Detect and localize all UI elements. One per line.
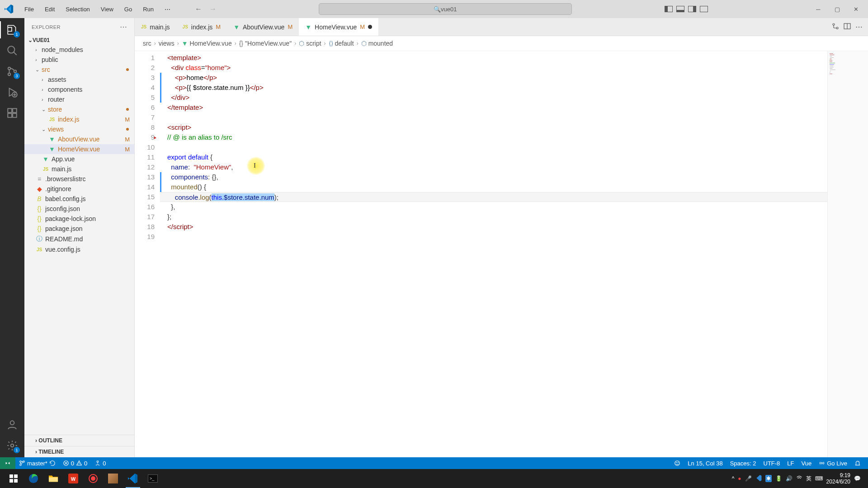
run-debug-icon[interactable]: [6, 86, 19, 99]
timeline-section[interactable]: › TIMELINE: [24, 446, 134, 457]
tray-ime-star-icon[interactable]: ✱: [765, 475, 772, 482]
more-actions-icon[interactable]: ⋯: [855, 23, 863, 31]
file-aboutview[interactable]: ▼AboutView.vueM: [24, 134, 134, 144]
eol[interactable]: LF: [783, 460, 797, 467]
tray-mic-icon[interactable]: 🎤: [745, 475, 752, 482]
tray-record-icon[interactable]: ●: [738, 475, 741, 482]
vscode-taskbar-icon[interactable]: [123, 469, 143, 488]
remote-indicator[interactable]: [0, 457, 15, 469]
file-mainjs[interactable]: JSmain.js: [24, 164, 134, 174]
file-browserslist[interactable]: ≡.browserslistrc: [24, 174, 134, 184]
encoding[interactable]: UTF-8: [760, 460, 784, 467]
folder-public[interactable]: ›public: [24, 55, 134, 65]
project-root[interactable]: ⌄ VUE01: [24, 36, 134, 45]
edge-browser-icon[interactable]: [24, 469, 43, 488]
problems[interactable]: 0 0: [59, 460, 91, 467]
tray-ime-lang[interactable]: 英: [806, 475, 811, 483]
toggle-primary-sidebar-icon[interactable]: [665, 6, 673, 12]
go-live[interactable]: Go Live: [815, 460, 851, 467]
terminal-icon[interactable]: >_: [143, 469, 163, 488]
menu-more-icon[interactable]: ⋯: [160, 4, 175, 14]
tab-indexjs[interactable]: JSindex.jsM: [176, 18, 227, 36]
file-explorer-icon[interactable]: [43, 469, 63, 488]
toggle-panel-icon[interactable]: [676, 6, 684, 12]
folder-router[interactable]: ›router: [24, 94, 134, 104]
sidebar-more-icon[interactable]: ⋯: [120, 23, 127, 31]
menu-file[interactable]: File: [20, 4, 38, 14]
start-button[interactable]: [4, 469, 24, 488]
compare-changes-icon[interactable]: [832, 23, 839, 32]
file-packagejson[interactable]: {}package.json: [24, 224, 134, 234]
bc-script[interactable]: ⬡ script: [299, 40, 321, 47]
settings-icon[interactable]: 1: [6, 439, 19, 452]
tab-aboutview[interactable]: ▼AboutView.vueM: [227, 18, 299, 36]
tray-ime-keyboard-icon[interactable]: ⌨: [815, 475, 823, 482]
bc-mounted[interactable]: ⬡ mounted: [361, 40, 393, 47]
tray-volume-icon[interactable]: 🔊: [786, 475, 793, 482]
feedback-icon[interactable]: [670, 460, 684, 467]
file-vueconfig[interactable]: JSvue.config.js: [24, 244, 134, 254]
file-packagelock[interactable]: {}package-lock.json: [24, 214, 134, 224]
indent[interactable]: Spaces: 2: [726, 460, 760, 467]
nav-forward-icon[interactable]: →: [208, 3, 218, 15]
file-homeview[interactable]: ▼HomeView.vueM: [24, 144, 134, 154]
menu-run[interactable]: Run: [138, 4, 158, 14]
file-babel[interactable]: Bbabel.config.js: [24, 194, 134, 204]
split-editor-icon[interactable]: [844, 23, 851, 32]
folder-src[interactable]: ⌄src: [24, 65, 134, 75]
breakpoint-marker-icon[interactable]: [154, 136, 156, 139]
language-mode[interactable]: Vue: [798, 460, 816, 467]
tray-wifi-icon[interactable]: [796, 475, 802, 483]
extensions-icon[interactable]: [6, 107, 19, 119]
command-center[interactable]: 🔍 vue01: [319, 3, 572, 15]
file-appvue[interactable]: ▼App.vue: [24, 154, 134, 164]
maximize-icon[interactable]: ▢: [829, 2, 845, 16]
close-icon[interactable]: ✕: [848, 2, 864, 16]
git-branch[interactable]: master*: [15, 460, 59, 467]
toggle-secondary-sidebar-icon[interactable]: [688, 6, 696, 12]
cursor-position[interactable]: Ln 15, Col 38: [684, 460, 726, 467]
search-icon[interactable]: [6, 44, 19, 57]
minimize-icon[interactable]: ─: [810, 2, 826, 16]
folder-views[interactable]: ⌄views: [24, 124, 134, 134]
folder-node-modules[interactable]: ›node_modules: [24, 45, 134, 55]
file-store-index[interactable]: JSindex.jsM: [24, 114, 134, 124]
file-gitignore[interactable]: ◆.gitignore: [24, 184, 134, 194]
file-jsconfig[interactable]: {}jsconfig.json: [24, 204, 134, 214]
notifications-icon[interactable]: [851, 460, 864, 467]
breadcrumb[interactable]: src› views› ▼ HomeView.vue› {} "HomeView…: [135, 36, 868, 51]
record-icon[interactable]: [83, 469, 103, 488]
tray-chevron-icon[interactable]: ^: [732, 475, 735, 482]
menu-view[interactable]: View: [96, 4, 118, 14]
tab-homeview[interactable]: ▼HomeView.vueM: [299, 18, 378, 36]
file-readme[interactable]: ⓘREADME.md: [24, 234, 134, 244]
code-content[interactable]: <template> <div class="home"> <p>home</p…: [160, 51, 868, 457]
source-control-icon[interactable]: 3: [6, 65, 19, 78]
bc-default[interactable]: ⟨⟩ default: [329, 40, 354, 47]
explorer-icon[interactable]: 1: [6, 23, 19, 36]
tray-battery-icon[interactable]: 🔋: [775, 475, 782, 482]
folder-assets[interactable]: ›assets: [24, 75, 134, 84]
clock[interactable]: 9:19 2024/6/20: [826, 472, 850, 485]
app-icon[interactable]: [103, 469, 123, 488]
bc-file[interactable]: ▼ HomeView.vue: [182, 40, 232, 47]
notifications-tray-icon[interactable]: 💬: [854, 475, 861, 482]
minimap[interactable]: ▬▬▬▬ ▬▬▬▬▬ ▬▬ ▬▬▬▬ ▬▬▬▬▬▬▬▬▬▬▬▬▬▬▬▬▬▬▬ ▬…: [827, 51, 868, 457]
menu-go[interactable]: Go: [120, 4, 137, 14]
code-editor[interactable]: 12345678910111213141516171819 <template>…: [135, 51, 868, 457]
wps-icon[interactable]: W: [63, 469, 83, 488]
folder-components[interactable]: ›components: [24, 84, 134, 94]
accounts-icon[interactable]: [6, 418, 19, 431]
ports[interactable]: 0: [91, 460, 109, 467]
menu-selection[interactable]: Selection: [61, 4, 94, 14]
bc-views[interactable]: views: [159, 40, 175, 47]
tray-vscode-icon[interactable]: [755, 475, 762, 483]
menu-edit[interactable]: Edit: [40, 4, 59, 14]
bc-symbol-root[interactable]: {} "HomeView.vue": [239, 40, 292, 47]
tab-mainjs[interactable]: JSmain.js: [135, 18, 176, 36]
nav-back-icon[interactable]: ←: [193, 3, 204, 15]
bc-src[interactable]: src: [143, 40, 151, 47]
folder-store[interactable]: ⌄store: [24, 104, 134, 114]
outline-section[interactable]: › OUTLINE: [24, 435, 134, 446]
customize-layout-icon[interactable]: [700, 6, 708, 12]
